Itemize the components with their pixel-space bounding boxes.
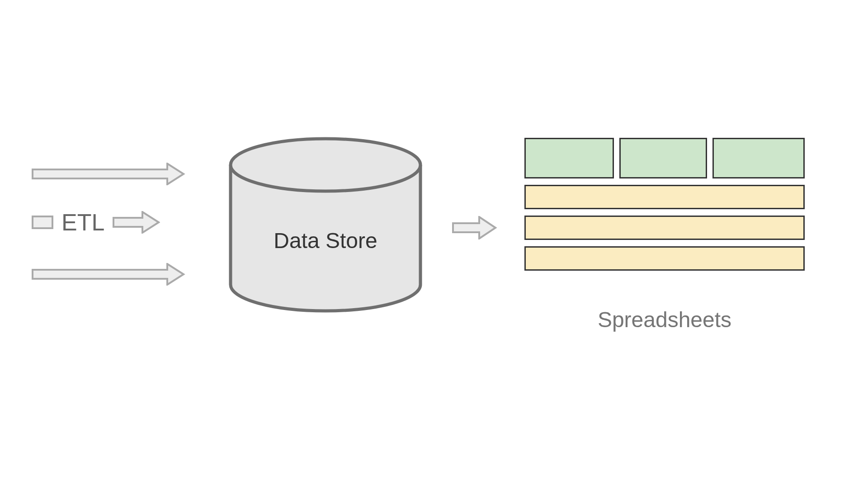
spreadsheet-tabs-row [524, 138, 805, 178]
output-arrow [452, 216, 497, 241]
arrow-right-icon [32, 263, 185, 286]
arrow-right-icon [32, 163, 185, 185]
database-cylinder-icon [222, 136, 429, 316]
arrow-right-icon [452, 216, 497, 239]
spreadsheet-row [524, 185, 805, 209]
etl-datastore-spreadsheets-diagram: ETL Data Store [0, 0, 868, 488]
data-store-cylinder [222, 136, 429, 318]
input-arrow-bottom [32, 263, 185, 286]
etl-source-box-icon [32, 216, 53, 229]
spreadsheet-tab [524, 138, 614, 178]
arrow-right-icon [113, 211, 160, 234]
etl-input-arrows-group: ETL [32, 163, 185, 311]
spreadsheet-row [524, 216, 805, 240]
spreadsheet-tab [712, 138, 805, 178]
etl-label: ETL [61, 209, 104, 236]
spreadsheet-tab [619, 138, 707, 178]
etl-label-row: ETL [32, 209, 185, 236]
spreadsheets-block [524, 138, 805, 277]
spreadsheets-label: Spreadsheets [524, 307, 805, 332]
svg-point-0 [231, 139, 420, 191]
spreadsheet-row [524, 246, 805, 271]
data-store-label: Data Store [222, 228, 429, 253]
input-arrow-top [32, 163, 185, 185]
